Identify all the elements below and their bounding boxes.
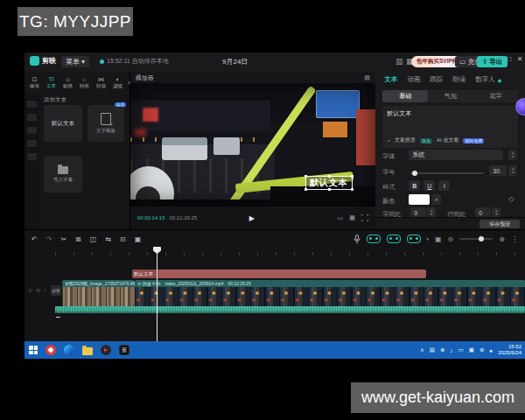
italic-button[interactable]: I [438,180,450,191]
tray-icon[interactable]: ▣ [469,346,474,354]
text-template-card[interactable]: 会员 文字模板 [88,105,124,142]
subtab-basic[interactable]: 基础 [382,90,428,102]
text-category-sidebar[interactable] [24,94,39,229]
layout-icon[interactable]: ▥ [396,57,403,66]
timeline-ruler[interactable] [55,252,525,256]
track-hide-icon[interactable]: ⊘ [36,287,40,293]
save-preset-button[interactable]: 保存预设 [480,220,520,228]
crop-icon[interactable]: ▣ [135,235,142,243]
tab-text-props[interactable]: 文本 [384,75,397,84]
import-subtitle-card[interactable]: 导入字幕 [44,156,82,192]
maximize-button[interactable]: □ [504,55,514,63]
size-value[interactable]: 30 [489,165,507,176]
bold-button[interactable]: B [409,180,420,191]
start-button-icon[interactable] [29,346,38,354]
text-clip[interactable]: 默认文本 [132,270,426,278]
category-item[interactable] [27,101,37,108]
underline-button[interactable]: U [424,180,435,191]
handle-icon[interactable] [328,188,331,191]
tab-transition[interactable]: ⋈ 转场 [94,76,108,88]
font-stepper[interactable]: ▴ ▾ [508,150,517,160]
tab-digital-human[interactable]: 数字人 [475,75,495,84]
handle-icon[interactable] [351,188,354,191]
ratio-icon[interactable]: ▦ [349,214,355,221]
file-explorer-icon[interactable] [82,347,93,355]
category-item[interactable] [27,114,37,121]
redo-icon[interactable]: ↷ [46,235,52,243]
track-lock-icon[interactable]: ⊙ [28,287,32,293]
ai-rewrite-button[interactable]: AI 改文案 [437,136,458,144]
video-preview[interactable]: 默认文本 [130,83,375,206]
subtab-bubble[interactable]: 气泡 [428,90,473,102]
font-select[interactable]: 系统 [409,150,503,160]
category-item[interactable] [27,140,37,147]
linkage-toggle[interactable] [387,234,401,243]
close-button[interactable]: ✕ [514,55,525,63]
playhead-line[interactable] [157,247,158,341]
slider-thumb[interactable] [412,171,417,176]
tray-icon[interactable]: ▭ [458,346,464,354]
tray-icon[interactable]: ⊗ [440,346,444,354]
handle-icon[interactable] [351,175,354,178]
fullscreen-icon[interactable] [361,214,368,221]
capcut-taskbar-icon[interactable]: 剪 [119,345,130,355]
size-stepper[interactable]: ▴ ▾ [508,165,517,176]
category-item[interactable] [27,127,37,134]
play-button[interactable]: ▶ [249,214,255,222]
handle-icon[interactable] [304,188,307,191]
record-voiceover-icon[interactable] [354,234,360,244]
chevron-down-icon[interactable]: ▾ [427,236,430,242]
tray-expand-icon[interactable]: ∧ [420,346,424,354]
text-content-input[interactable]: 默认文本 ⋆ 文案推荐 限免 AI 改文案 限时免费 [382,106,518,148]
default-text-card[interactable]: 默认文本 [44,105,82,142]
taskbar-app-red-icon[interactable] [46,345,56,355]
slider-thumb[interactable] [479,236,484,242]
video-clip-main[interactable]: ⊘ 倒放 4.0x video_20250111_253914.mp4 00:1… [135,280,525,306]
preview-axis-toggle[interactable] [407,234,421,243]
timeline-zoom-slider[interactable] [459,238,493,240]
tray-icon[interactable]: ♪ [450,347,452,354]
tab-filter[interactable]: ◐ 滤镜 [110,76,125,88]
video-clip-image[interactable]: 拼图2529图_Image_1735371479.888.jpg [62,280,135,306]
kebab-menu-icon[interactable]: ⋮ [511,235,518,243]
tray-icon[interactable]: ▤ [430,346,435,354]
category-item[interactable] [27,153,37,160]
tray-icon[interactable]: ● [489,347,493,354]
tab-readaloud[interactable]: 朗读 [452,75,466,84]
player-settings-icon[interactable]: ▤ [364,74,370,81]
flag-icon[interactable]: ▣ [435,235,442,243]
quality-icon[interactable]: ▭ [338,214,344,221]
audio-waveform-strip[interactable] [55,306,525,313]
track-mute-icon[interactable]: ♪ [44,287,46,293]
undo-icon[interactable]: ↶ [32,235,38,243]
reverse-icon[interactable]: ⇆ [105,235,111,243]
tab-sticker[interactable]: ☺ 贴纸 [60,76,75,88]
text-overlay-box[interactable]: 默认文本 [305,176,353,190]
magnet-toggle[interactable] [367,234,381,243]
tab-media[interactable]: ⊡ 媒体 [27,76,42,88]
clock[interactable]: 15:52 2025/9/24 [498,344,522,356]
delete-icon[interactable]: ⊠ [75,235,81,243]
project-title[interactable]: 9月24日 [222,57,248,66]
tab-effects[interactable]: ☆ 特效 [77,76,92,88]
size-slider[interactable] [410,172,484,174]
zoom-in-icon[interactable]: ⊕ [499,235,505,243]
tray-icon[interactable]: ⊕ [480,346,484,354]
color-dropdown[interactable]: ▾ [431,194,441,205]
handle-icon[interactable] [304,175,307,178]
color-swatch[interactable] [409,194,430,205]
timeline-panel[interactable]: ⊙ ⊘ ♪ 封面 默认文本 拼图2529图_Image_1735371479.8… [24,247,525,341]
handle-icon[interactable] [328,175,331,178]
zoom-out-icon[interactable]: ⊖ [448,235,454,243]
split-icon[interactable]: ✂ [60,235,66,243]
freeze-frame-icon[interactable]: ◫ [90,235,97,243]
media-player-icon[interactable] [101,345,111,355]
ai-copy-button[interactable]: 文案推荐 [395,136,416,144]
mirror-icon[interactable]: ⊟ [120,235,126,243]
apply-all-icon[interactable]: ◇ [508,195,514,203]
subtab-fancy[interactable]: 花字 [473,90,519,102]
cover-button[interactable]: 封面 [51,285,61,296]
tab-animation[interactable]: 动画 [407,75,420,84]
tab-tracking[interactable]: 跟踪 [430,75,443,84]
menu-button[interactable]: 菜单 ▾ [61,56,89,67]
